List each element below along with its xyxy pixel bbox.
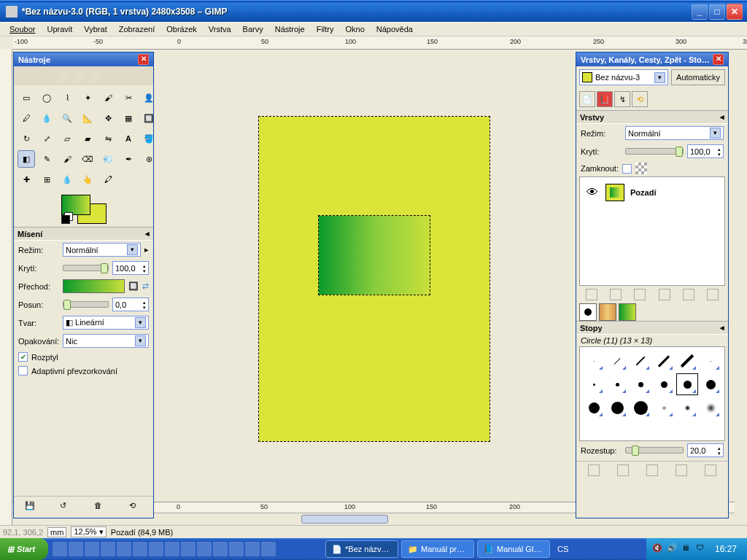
raise-layer-icon[interactable]	[610, 289, 622, 300]
task-button[interactable]: 📁 Manuál pr…	[401, 540, 474, 558]
tab-layers[interactable]: 📄	[579, 91, 595, 107]
layers-close-icon[interactable]: ✕	[713, 54, 724, 65]
tool-smudge[interactable]: 👆	[79, 171, 96, 188]
tool-pencil[interactable]: ✎	[38, 150, 55, 168]
tool-crop[interactable]: 🔲	[140, 109, 158, 127]
tool-move[interactable]: ✥	[99, 109, 117, 127]
opacity-spin[interactable]: 100,0▴▾	[112, 261, 149, 275]
tool-foreground-select[interactable]: 👤	[140, 89, 158, 106]
reset-preset-icon[interactable]: ⟲	[129, 501, 142, 514]
tool-airbrush[interactable]: 💨	[99, 150, 117, 168]
menu-help[interactable]: Nápověda	[371, 24, 419, 34]
tool-color-picker[interactable]: 💧	[38, 109, 55, 127]
menu-window[interactable]: Okno	[340, 24, 371, 34]
ql-icon[interactable]	[261, 542, 276, 556]
menu-file[interactable]: Soubor	[4, 24, 41, 34]
tool-paintbrush[interactable]: 🖌	[58, 150, 76, 168]
layer-opacity-spin[interactable]: 100,0▴▾	[687, 144, 724, 158]
ql-icon[interactable]	[133, 542, 147, 556]
ql-icon[interactable]	[165, 542, 179, 556]
tool-fuzzy-select[interactable]: ✦	[79, 89, 96, 106]
tray-icon[interactable]: 🔊	[667, 543, 678, 555]
opacity-slider[interactable]	[63, 265, 109, 271]
ql-icon[interactable]	[53, 542, 67, 556]
collapse-arrow-icon[interactable]: ◂	[145, 229, 150, 238]
ql-icon[interactable]	[69, 542, 83, 556]
new-layer-icon[interactable]	[586, 289, 597, 300]
language-indicator[interactable]: CS	[551, 545, 574, 553]
lock-pixels-check[interactable]	[622, 164, 632, 174]
layer-list[interactable]: 👁 Pozadí	[579, 176, 725, 286]
tray-icon[interactable]: 🖥	[681, 543, 693, 555]
layer-mode-combo[interactable]: Normální▾	[625, 126, 724, 140]
tool-bucket[interactable]: 🪣	[140, 130, 158, 147]
visibility-eye-icon[interactable]: 👁	[587, 186, 600, 199]
minimize-button[interactable]: _	[692, 4, 708, 20]
tool-blend[interactable]: ◧	[18, 150, 35, 168]
duplicate-layer-icon[interactable]	[659, 289, 670, 300]
mode-combo[interactable]: Normální▾	[63, 243, 141, 257]
status-unit[interactable]: mm	[47, 527, 66, 537]
tool-text[interactable]: A	[120, 130, 137, 147]
delete-preset-icon[interactable]: 🗑	[94, 501, 107, 514]
clock[interactable]: 16:27	[711, 544, 741, 554]
tool-rotate[interactable]: ↻	[18, 130, 35, 147]
anchor-layer-icon[interactable]	[683, 289, 694, 300]
swap-colors-icon[interactable]	[61, 215, 70, 224]
tool-ellipse-select[interactable]: ◯	[38, 89, 55, 106]
revert-preset-icon[interactable]: ↺	[60, 501, 73, 514]
brush-tab-gradients[interactable]	[619, 303, 636, 321]
menu-colors[interactable]: Barvy	[237, 24, 269, 34]
ql-icon[interactable]	[245, 542, 260, 556]
shape-combo[interactable]: ◧ Lineární▾	[63, 316, 149, 330]
tool-shear[interactable]: ▱	[58, 130, 76, 147]
layer-row[interactable]: 👁 Pozadí	[584, 182, 720, 203]
start-button[interactable]: ⊞ Start	[0, 538, 48, 560]
menu-layer[interactable]: Vrstva	[203, 24, 237, 34]
tool-paths[interactable]: 🖊	[18, 109, 35, 127]
duplicate-brush-icon[interactable]	[646, 464, 658, 476]
close-button[interactable]: ✕	[727, 4, 743, 20]
tool-measure[interactable]: 📐	[79, 109, 96, 127]
status-zoom[interactable]: 12,5% ▾	[71, 526, 106, 537]
tab-channels[interactable]: 📕	[597, 91, 613, 107]
layer-opacity-slider[interactable]	[625, 148, 684, 155]
tool-perspective-clone[interactable]: ⊞	[38, 171, 55, 188]
toolbox-close-icon[interactable]: ✕	[138, 54, 149, 65]
tool-perspective[interactable]: ▰	[79, 130, 96, 147]
ql-icon[interactable]	[149, 542, 163, 556]
tool-flip[interactable]: ⇋	[99, 130, 117, 147]
gradient-picker[interactable]	[63, 279, 125, 293]
task-button[interactable]: 📘 Manuál GI…	[477, 540, 550, 558]
tool-dodge[interactable]: 🖍	[99, 171, 117, 188]
ql-icon[interactable]	[101, 542, 115, 556]
tab-paths[interactable]: ↯	[614, 91, 630, 107]
lower-layer-icon[interactable]	[634, 289, 646, 300]
gradient-reverse-icon[interactable]: ⇄	[142, 281, 149, 291]
refresh-brush-icon[interactable]	[705, 464, 716, 476]
offset-slider[interactable]	[63, 301, 109, 308]
tool-align[interactable]: ▦	[120, 109, 137, 127]
color-swatch[interactable]	[61, 195, 107, 224]
brush-tab-brushes[interactable]	[579, 303, 597, 321]
collapse-arrow-icon[interactable]: ◂	[720, 323, 724, 332]
lock-alpha-icon[interactable]	[635, 163, 647, 174]
delete-layer-icon[interactable]	[707, 289, 719, 300]
delete-brush-icon[interactable]	[676, 464, 687, 476]
adaptive-check[interactable]: Adaptivní převzorkování	[14, 364, 153, 378]
ql-icon[interactable]	[117, 542, 131, 556]
save-preset-icon[interactable]: 💾	[25, 501, 38, 514]
menu-view[interactable]: Zobrazení	[113, 24, 161, 34]
brush-tab-patterns[interactable]	[599, 303, 616, 321]
spacing-slider[interactable]	[625, 447, 684, 454]
ql-icon[interactable]	[85, 542, 99, 556]
brush-grid[interactable]	[579, 346, 725, 441]
dither-check[interactable]: ✔Rozptyl	[14, 350, 153, 364]
menu-edit[interactable]: Upravit	[41, 24, 78, 34]
spacing-spin[interactable]: 20,0▴▾	[687, 443, 724, 457]
ql-icon[interactable]	[229, 542, 244, 556]
menu-image[interactable]: Obrázek	[160, 24, 203, 34]
tool-rect-select[interactable]: ▭	[18, 89, 35, 106]
layers-title[interactable]: Vrstvy, Kanály, Cesty, Zpět - Sto… ✕	[576, 52, 728, 66]
tray-icon[interactable]: 🔇	[652, 543, 664, 555]
